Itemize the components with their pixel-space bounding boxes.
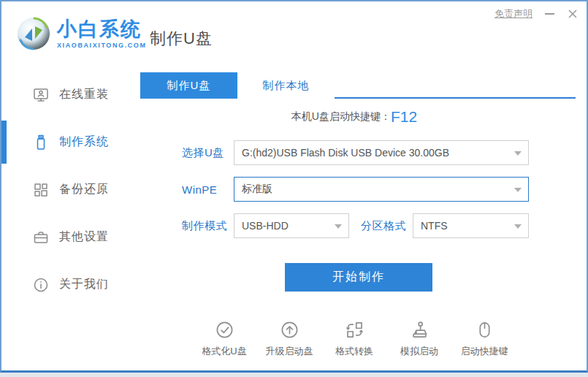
sidebar-item-label: 备份还原 xyxy=(59,182,109,197)
app-window: 小白系统 XIAOBAIXITONG.COM 制作U盘 免责声明 xyxy=(0,0,588,377)
tab-make-usb[interactable]: 制作U盘 xyxy=(140,72,237,99)
sidebar-item-label: 关于我们 xyxy=(59,277,109,292)
backup-restore-icon xyxy=(32,181,50,199)
utility-boot-hotkey[interactable]: 启动快捷键 xyxy=(459,320,510,358)
partition-format-value: NTFS xyxy=(421,220,448,232)
chevron-down-icon xyxy=(335,224,342,229)
make-system-icon xyxy=(32,134,50,151)
make-mode-select[interactable]: USB-HDD xyxy=(234,213,349,238)
sidebar-item-backup-restore[interactable]: 备份还原 xyxy=(3,166,137,213)
main-panel: 制作U盘 制作本地 本机U盘启动快捷键：F12 选择U盘 G:(hd2)USB … xyxy=(137,67,585,361)
utility-format-convert[interactable]: 格式转换 xyxy=(329,320,380,358)
boot-hotkey-label: 本机U盘启动快捷键： xyxy=(291,110,391,122)
chevron-down-icon xyxy=(514,188,522,192)
disclaimer-link[interactable]: 免责声明 xyxy=(495,7,532,20)
close-button[interactable] xyxy=(566,7,579,20)
brand-logo: 小白系统 XIAOBAIXITONG.COM xyxy=(16,16,147,51)
format-convert-icon xyxy=(345,320,364,340)
sidebar-item-label: 在线重装 xyxy=(59,87,109,102)
online-reinstall-icon xyxy=(32,86,50,104)
winpe-label: WinPE xyxy=(182,183,234,196)
format-usb-icon xyxy=(215,320,234,340)
upgrade-boot-disk-icon xyxy=(280,320,299,340)
utility-upgrade-boot-disk[interactable]: 升级启动盘 xyxy=(264,320,315,358)
about-us-icon xyxy=(32,276,50,294)
active-indicator xyxy=(1,121,7,164)
usb-select-label: 选择U盘 xyxy=(182,146,234,160)
chevron-down-icon xyxy=(514,151,522,156)
sidebar-item-other-settings[interactable]: 其他设置 xyxy=(3,213,137,261)
usb-drive-select[interactable]: G:(hd2)USB Flash Disk USB Device 30.00GB xyxy=(234,140,529,165)
utility-label: 格式转换 xyxy=(335,345,373,358)
close-icon xyxy=(568,9,578,19)
utility-format-usb[interactable]: 格式化U盘 xyxy=(199,320,250,358)
tab-make-local[interactable]: 制作本地 xyxy=(237,72,335,99)
sidebar: 在线重装 制作系统 备份还原 xyxy=(3,71,137,361)
brand-site: XIAOBAIXITONG.COM xyxy=(57,42,147,49)
start-make-button[interactable]: 开始制作 xyxy=(285,263,432,292)
partition-format-select[interactable]: NTFS xyxy=(413,213,529,238)
boot-hotkey-icon xyxy=(475,320,495,340)
utility-toolbar: 格式化U盘 升级启动盘 xyxy=(137,320,572,358)
window-body: 小白系统 XIAOBAIXITONG.COM 制作U盘 免责声明 xyxy=(0,0,588,373)
tab-strip: 制作U盘 制作本地 xyxy=(140,72,576,99)
utility-label: 启动快捷键 xyxy=(461,345,508,358)
chevron-down-icon xyxy=(514,224,522,229)
boot-hotkey-value: F12 xyxy=(391,108,417,125)
sidebar-item-online-reinstall[interactable]: 在线重装 xyxy=(3,71,137,118)
titlebar-controls: 免责声明 xyxy=(495,7,579,20)
brand-name: 小白系统 xyxy=(57,19,147,39)
make-mode-value: USB-HDD xyxy=(242,220,289,232)
brand-text: 小白系统 XIAOBAIXITONG.COM xyxy=(57,19,147,49)
sidebar-item-make-system[interactable]: 制作系统 xyxy=(3,118,137,166)
winpe-value: 标准版 xyxy=(242,183,272,196)
other-settings-icon xyxy=(32,229,50,246)
minimize-icon xyxy=(545,13,554,15)
minimize-button[interactable] xyxy=(543,7,556,20)
usb-select-row: 选择U盘 G:(hd2)USB Flash Disk USB Device 30… xyxy=(182,140,529,165)
sidebar-item-label: 其他设置 xyxy=(59,229,109,245)
winpe-select[interactable]: 标准版 xyxy=(234,177,529,202)
brand-logo-icon xyxy=(16,16,51,51)
sidebar-item-about-us[interactable]: 关于我们 xyxy=(3,261,137,308)
utility-label: 格式化U盘 xyxy=(202,345,246,358)
utility-label: 升级启动盘 xyxy=(266,345,313,358)
boot-hotkey-hint: 本机U盘启动快捷键：F12 xyxy=(137,108,572,126)
utility-simulate-boot[interactable]: 模拟启动 xyxy=(394,320,445,358)
simulate-boot-icon xyxy=(410,320,429,340)
winpe-select-row: WinPE 标准版 xyxy=(182,177,529,202)
mode-partition-row: 制作模式 USB-HDD 分区格式 NTFS xyxy=(182,213,529,238)
utility-label: 模拟启动 xyxy=(400,345,438,358)
header: 小白系统 XIAOBAIXITONG.COM 制作U盘 免责声明 xyxy=(1,1,587,67)
make-mode-label: 制作模式 xyxy=(182,219,234,233)
page-title: 制作U盘 xyxy=(150,28,213,50)
partition-format-label: 分区格式 xyxy=(361,219,413,233)
usb-drive-value: G:(hd2)USB Flash Disk USB Device 30.00GB xyxy=(242,147,449,159)
sidebar-item-label: 制作系统 xyxy=(59,134,109,150)
